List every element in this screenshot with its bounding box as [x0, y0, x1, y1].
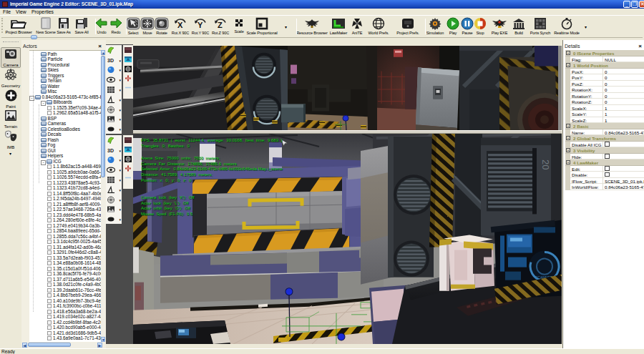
svg-text:3D: 3D	[107, 58, 114, 63]
svg-text:3D: 3D	[107, 148, 114, 153]
svg-text:Z: Z	[218, 21, 223, 29]
svg-text:20: 20	[540, 159, 551, 170]
